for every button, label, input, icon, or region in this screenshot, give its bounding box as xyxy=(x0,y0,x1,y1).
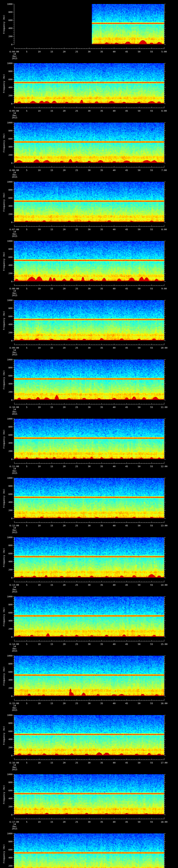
x-tick-label: 35 xyxy=(100,762,103,764)
x-tick-label: 55 xyxy=(150,643,153,645)
y-tick-label: 600 xyxy=(0,612,12,614)
y-axis-title: Frequency (Hz) xyxy=(3,489,5,508)
x-tick-label: 45 xyxy=(125,51,128,53)
y-tick-label: 400 xyxy=(0,27,12,29)
x-tick-label: 25 xyxy=(75,584,78,586)
y-axis-title: Frequency (Hz) xyxy=(3,252,5,271)
y-axis-title: Frequency (Hz) xyxy=(3,785,5,804)
y-tick-label: 600 xyxy=(0,375,12,377)
y-tick-label: 800 xyxy=(0,129,12,132)
x-tick-label: 35 xyxy=(100,584,103,586)
x-tick-label: 30 xyxy=(88,169,91,172)
x-tick-label: 30 xyxy=(88,762,91,764)
x-tick-label: 40 xyxy=(113,702,116,705)
y-tick-label: 600 xyxy=(0,434,12,436)
y-tick-label: 200 xyxy=(0,332,12,334)
spectrogram-panel: Frequency (Hz)020040060080010006:06:0051… xyxy=(0,119,178,178)
x-end-time-label: 8:00 xyxy=(161,228,167,230)
axis-ticks xyxy=(13,123,166,167)
y-axis-title: Frequency (Hz) xyxy=(3,726,5,745)
y-tick-label: 1000 xyxy=(0,299,12,301)
x-tick-label: 50 xyxy=(138,584,141,586)
x-tick-label: 35 xyxy=(100,643,103,645)
x-tick-label: 50 xyxy=(138,228,141,230)
x-tick-label: 30 xyxy=(88,643,91,645)
y-tick-label: 200 xyxy=(0,450,12,452)
x-end-time-label: 6:00 xyxy=(161,110,167,112)
x-tick-label: 20 xyxy=(63,406,66,408)
y-tick-label: 400 xyxy=(0,205,12,207)
y-tick-label: 200 xyxy=(0,391,12,393)
spectrogram-panel: Frequency (Hz)020040060080010006:18:0051… xyxy=(0,830,178,868)
x-end-time-label: 7:00 xyxy=(161,169,167,172)
x-tick-label: 15 xyxy=(51,406,53,408)
y-tick-label: 1000 xyxy=(0,418,12,420)
x-tick-label: 10 xyxy=(38,821,41,823)
y-tick-label: 400 xyxy=(0,264,12,266)
x-tick-label: 50 xyxy=(138,110,141,112)
y-tick-label: 200 xyxy=(0,568,12,571)
y-tick-label: 0 xyxy=(0,340,12,342)
x-tick-label: 5 xyxy=(26,110,27,112)
y-tick-label: 800 xyxy=(0,781,12,783)
x-tick-label: 10 xyxy=(38,228,41,230)
axes-frame xyxy=(0,830,178,868)
x-tick-label: 50 xyxy=(138,465,141,467)
axis-ticks xyxy=(13,774,166,819)
x-tick-label: 30 xyxy=(88,287,91,290)
y-tick-label: 1000 xyxy=(0,240,12,242)
x-end-time-label: 17:00 xyxy=(160,762,168,764)
x-tick-label: 45 xyxy=(125,702,128,705)
y-tick-label: 0 xyxy=(0,399,12,401)
x-tick-label: 5 xyxy=(26,465,27,467)
y-tick-label: 200 xyxy=(0,865,12,867)
x-tick-label: 40 xyxy=(113,821,116,823)
x-tick-label: 55 xyxy=(150,406,153,408)
x-tick-label: 35 xyxy=(100,821,103,823)
x-tick-label: 50 xyxy=(138,51,141,53)
y-tick-label: 800 xyxy=(0,663,12,665)
y-tick-label: 800 xyxy=(0,840,12,843)
x-tick-label: 25 xyxy=(75,465,78,467)
x-tick-label: 55 xyxy=(150,702,153,705)
x-tick-label: 20 xyxy=(63,347,66,349)
spectrogram-panel: Frequency (Hz)020040060080010006:12:0051… xyxy=(0,474,178,533)
y-tick-label: 0 xyxy=(0,43,12,45)
x-tick-label: 20 xyxy=(63,584,66,586)
axis-ticks xyxy=(13,63,166,108)
x-tick-label: 35 xyxy=(100,110,103,112)
x-tick-label: 55 xyxy=(150,51,153,53)
x-end-time-label: 14:00 xyxy=(160,584,168,586)
y-tick-label: 400 xyxy=(0,442,12,444)
x-tick-label: 5 xyxy=(26,51,27,53)
x-end-time-label: 18:00 xyxy=(160,821,168,823)
x-tick-label: 35 xyxy=(100,287,103,290)
axis-ticks xyxy=(13,715,166,760)
x-tick-label: 15 xyxy=(51,347,53,349)
x-tick-label: 5 xyxy=(26,762,27,764)
x-tick-label: 20 xyxy=(63,524,66,527)
axis-ticks xyxy=(13,656,166,701)
x-tick-label: 15 xyxy=(51,228,53,230)
x-tick-label: 50 xyxy=(138,287,141,290)
y-tick-label: 1000 xyxy=(0,359,12,361)
x-tick-label: 15 xyxy=(51,465,53,467)
x-tick-label: 20 xyxy=(63,821,66,823)
x-end-time-label: 9:00 xyxy=(161,287,167,290)
x-tick-label: 45 xyxy=(125,406,128,408)
axis-ticks xyxy=(13,478,166,523)
spectrogram-panel: Frequency (Hz)020040060080010006:10:0051… xyxy=(0,355,178,415)
x-tick-label: 45 xyxy=(125,821,128,823)
x-end-time-label: 13:00 xyxy=(160,524,168,527)
y-tick-label: 400 xyxy=(0,738,12,740)
x-tick-label: 30 xyxy=(88,228,91,230)
x-tick-label: 45 xyxy=(125,287,128,290)
y-tick-label: 1000 xyxy=(0,773,12,775)
y-tick-label: 200 xyxy=(0,509,12,512)
x-tick-label: 55 xyxy=(150,287,153,290)
x-tick-label: 55 xyxy=(150,228,153,230)
x-tick-label: 40 xyxy=(113,287,116,290)
y-tick-label: 600 xyxy=(0,315,12,317)
x-tick-label: 40 xyxy=(113,110,116,112)
y-axis-title: Frequency (Hz) xyxy=(3,666,5,686)
